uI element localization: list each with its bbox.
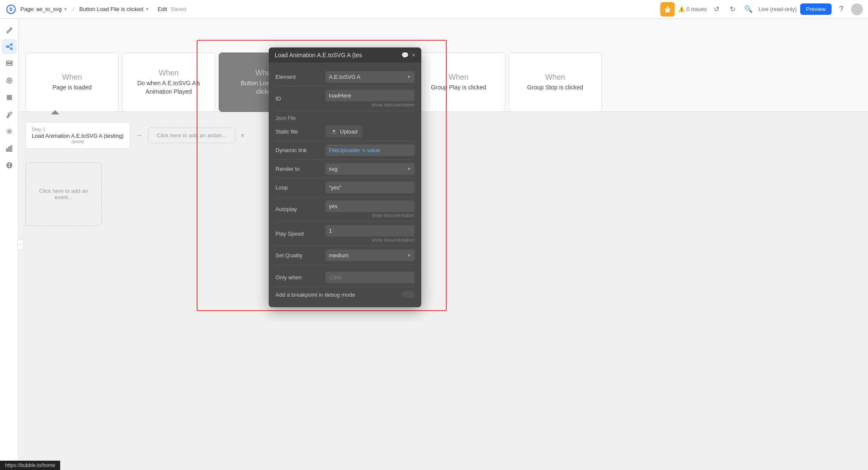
step-box-1[interactable]: Step 1 Load Animation A.E.toSVG A (testi… bbox=[25, 122, 130, 149]
id-input[interactable]: loadHere bbox=[326, 90, 415, 101]
sidebar-item-workflow[interactable] bbox=[2, 39, 17, 54]
popup-comment-icon[interactable]: 💬 bbox=[401, 52, 409, 58]
id-show-doc[interactable]: show documentation bbox=[326, 102, 415, 107]
json-file-label: Json File bbox=[275, 115, 322, 121]
popup-close-icon[interactable]: × bbox=[412, 52, 415, 58]
play-speed-show-doc[interactable]: show documentation bbox=[326, 237, 415, 242]
element-value-wrap: A.E.toSVG A ▼ bbox=[326, 71, 415, 83]
set-quality-dropdown[interactable]: medium ▼ bbox=[326, 250, 415, 261]
event-label-1: Do when A.E.toSVG A's Animation Played bbox=[128, 79, 210, 96]
warning-icon: ⚠️ bbox=[678, 6, 685, 12]
svg-rect-15 bbox=[6, 149, 8, 151]
svg-text:b: b bbox=[9, 6, 12, 12]
edit-label[interactable]: Edit bbox=[158, 6, 167, 12]
render-to-dropdown[interactable]: svg ▼ bbox=[326, 163, 415, 175]
page-label: Page: ae_to_svg bbox=[20, 6, 62, 12]
actions-close-button[interactable]: × bbox=[241, 132, 245, 139]
sidebar-item-design[interactable] bbox=[2, 22, 17, 37]
when-label-0: When bbox=[62, 73, 82, 82]
event-label-0: Page is loaded bbox=[53, 83, 92, 92]
issues-button[interactable]: ⚠️ 0 issues bbox=[678, 6, 707, 12]
static-file-value-wrap: Upload bbox=[326, 125, 415, 137]
step-delete-button[interactable]: delete bbox=[32, 139, 124, 144]
when-label-4: When bbox=[448, 73, 468, 82]
set-quality-select[interactable]: medium ▼ bbox=[326, 250, 415, 261]
sidebar-collapse-toggle[interactable]: › bbox=[17, 239, 23, 250]
event-card-wrap-4: When Group Play is clicked bbox=[412, 53, 505, 111]
play-speed-value: 1 bbox=[329, 228, 332, 234]
sidebar-item-settings[interactable] bbox=[2, 124, 17, 139]
set-quality-chevron-icon: ▼ bbox=[407, 253, 411, 258]
svg-rect-17 bbox=[11, 146, 12, 151]
svg-point-5 bbox=[6, 46, 8, 47]
render-to-chevron-icon: ▼ bbox=[407, 167, 411, 171]
user-avatar[interactable] bbox=[851, 3, 863, 15]
add-event-placeholder[interactable]: Click here to add an event... bbox=[25, 162, 102, 226]
search-icon[interactable]: 🔍 bbox=[742, 3, 755, 16]
breakpoint-toggle[interactable] bbox=[402, 291, 415, 298]
event-card-group-stop[interactable]: When Group Stop is clicked bbox=[509, 53, 602, 112]
dynamic-link-input[interactable]: FileUploader 's value bbox=[326, 145, 415, 156]
element-select[interactable]: A.E.toSVG A ▼ bbox=[326, 71, 415, 83]
set-quality-value-wrap: medium ▼ bbox=[326, 250, 415, 261]
sidebar-item-analytics[interactable] bbox=[2, 141, 17, 156]
sidebar-item-plugins[interactable] bbox=[2, 90, 17, 105]
preview-button[interactable]: Preview bbox=[800, 3, 832, 15]
breakpoint-label: Add a breakpoint in debug mode bbox=[275, 292, 355, 298]
when-label-1: When bbox=[159, 69, 178, 78]
saved-label: Saved bbox=[170, 6, 186, 12]
page-selector[interactable]: Page: ae_to_svg ▼ bbox=[20, 6, 67, 12]
field-only-when: Only when Click bbox=[275, 268, 415, 287]
svg-rect-16 bbox=[8, 147, 10, 151]
topbar: b Page: ae_to_svg ▼ / Button Load File i… bbox=[0, 0, 868, 19]
popup-body: Element A.E.toSVG A ▼ ID bbox=[269, 63, 421, 307]
svg-line-8 bbox=[8, 45, 11, 47]
undo-button[interactable]: ↺ bbox=[710, 3, 723, 16]
sidebar-item-styles[interactable] bbox=[2, 73, 17, 88]
render-to-value-wrap: svg ▼ bbox=[326, 163, 415, 175]
add-action-placeholder[interactable]: Click here to add an action... bbox=[148, 128, 236, 143]
dynamic-link-value-wrap: FileUploader 's value bbox=[326, 145, 415, 156]
only-when-input[interactable]: Click bbox=[326, 272, 415, 283]
static-file-label: Static file bbox=[275, 128, 322, 135]
redo-button[interactable]: ↻ bbox=[726, 3, 739, 16]
svg-rect-10 bbox=[6, 61, 12, 63]
workflow-label: Button Load File is clicked bbox=[79, 6, 143, 12]
loop-value-wrap: "yes" bbox=[326, 182, 415, 193]
svg-point-12 bbox=[7, 78, 12, 83]
play-speed-value-wrap: 1 show documentation bbox=[326, 225, 415, 242]
upload-button[interactable]: Upload bbox=[326, 125, 362, 137]
logo[interactable]: b bbox=[5, 3, 17, 15]
autoplay-value-wrap: yes show documentation bbox=[326, 200, 415, 218]
svg-rect-3 bbox=[665, 9, 670, 12]
render-to-select[interactable]: svg ▼ bbox=[326, 163, 415, 175]
event-card-wrap-5: When Group Stop is clicked bbox=[509, 53, 602, 111]
autoplay-input[interactable]: yes bbox=[326, 200, 415, 212]
svg-point-6 bbox=[11, 44, 12, 45]
step-arrow-icon: → bbox=[135, 131, 143, 140]
play-speed-input[interactable]: 1 bbox=[326, 225, 415, 236]
help-icon[interactable]: ? bbox=[835, 3, 848, 16]
gift-icon[interactable] bbox=[660, 2, 675, 17]
event-label-4: Group Play is clicked bbox=[431, 83, 487, 92]
event-card-animation[interactable]: When Do when A.E.toSVG A's Animation Pla… bbox=[122, 53, 215, 112]
autoplay-value: yes bbox=[329, 203, 337, 209]
sidebar-item-data[interactable] bbox=[2, 56, 17, 71]
issues-count: 0 issues bbox=[687, 6, 707, 12]
loop-input[interactable]: "yes" bbox=[326, 182, 415, 193]
id-value: loadHere bbox=[329, 92, 351, 99]
field-play-speed: Play Speed 1 show documentation bbox=[275, 222, 415, 246]
play-speed-label: Play Speed bbox=[275, 231, 322, 237]
autoplay-show-doc[interactable]: show documentation bbox=[326, 213, 415, 218]
field-element: Element A.E.toSVG A ▼ bbox=[275, 68, 415, 86]
event-card-group-play[interactable]: When Group Play is clicked bbox=[412, 53, 505, 112]
field-render-to: Render to svg ▼ bbox=[275, 160, 415, 178]
sidebar-item-tools[interactable] bbox=[2, 107, 17, 122]
element-dropdown[interactable]: A.E.toSVG A ▼ bbox=[326, 71, 415, 83]
event-card-page-loaded[interactable]: When Page is loaded bbox=[25, 53, 119, 112]
live-label[interactable]: Live (read-only) bbox=[758, 6, 796, 12]
set-quality-value: medium bbox=[329, 252, 348, 259]
sidebar-item-globe[interactable] bbox=[2, 158, 17, 173]
workflow-selector[interactable]: Button Load File is clicked ▼ bbox=[79, 6, 149, 12]
breakpoint-row: Add a breakpoint in debug mode bbox=[275, 287, 415, 302]
